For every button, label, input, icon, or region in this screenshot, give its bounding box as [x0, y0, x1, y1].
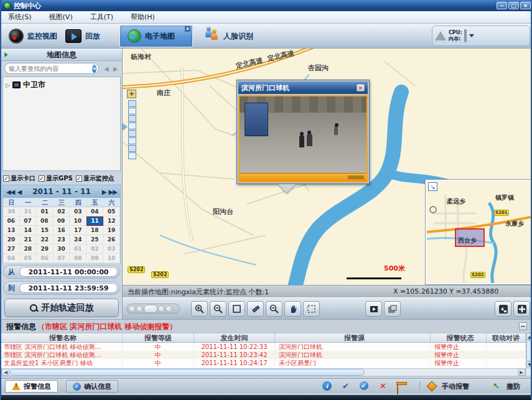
zoom-step[interactable] [128, 115, 136, 122]
calendar-day[interactable]: 07 [54, 254, 70, 263]
info-icon[interactable]: i [322, 381, 332, 391]
calendar-day[interactable]: 31 [20, 207, 37, 216]
start-track-playback-button[interactable]: 开始轨迹回放 [4, 299, 119, 317]
menu-item[interactable]: 视图(V) [47, 12, 75, 22]
calendar-day[interactable]: 15 [37, 226, 54, 235]
calendar-day[interactable]: 05 [20, 254, 37, 263]
map-zoom-control[interactable]: + [127, 90, 137, 160]
playback-button[interactable]: 回放 [65, 26, 100, 46]
tab-alarm-info[interactable]: 报警信息 [5, 380, 58, 393]
zoom-step[interactable] [128, 152, 136, 159]
calendar-day[interactable]: 03 [70, 207, 86, 216]
calendar-day[interactable]: 04 [86, 207, 103, 216]
calendar-day[interactable]: 22 [37, 235, 54, 244]
column-header[interactable]: 报警源 [275, 333, 431, 342]
calendar-day[interactable]: 03 [103, 244, 120, 254]
scroll-left-icon[interactable]: ◀ [2, 369, 9, 376]
calendar-day[interactable]: 06 [3, 216, 20, 226]
scroll-up-icon[interactable]: ▲ [526, 333, 532, 340]
disarm-button[interactable]: 撤防 [506, 382, 520, 391]
layer-checkbox[interactable]: ✓显示GPS [39, 174, 73, 183]
overview-minimap[interactable]: 柔远乡 镇罗镇 永康乡 S201 S202 西台乡 ↘ [426, 180, 532, 284]
minimize-button[interactable]: − [497, 2, 507, 9]
pan-button[interactable] [284, 301, 301, 317]
prev-result-icon[interactable]: ◀ [104, 65, 109, 72]
fit-view-button[interactable] [495, 301, 511, 317]
calendar-day[interactable]: 27 [3, 244, 20, 254]
video-control-bar[interactable] [240, 173, 366, 181]
minimap-viewport-rect[interactable]: 西台乡 [455, 228, 485, 247]
calendar-day[interactable]: 02 [54, 207, 70, 216]
manual-alarm-icon[interactable] [427, 381, 437, 392]
rect-select-button[interactable] [228, 301, 245, 317]
close-button[interactable]: × [520, 2, 531, 9]
calendar-day[interactable]: 26 [103, 235, 120, 244]
confirm-check-icon[interactable]: ✔ [341, 381, 350, 391]
menu-item[interactable]: 帮助(H) [129, 12, 157, 22]
camera-video-popup[interactable]: 滨河所门口球机 ✕ [236, 80, 370, 184]
vertical-scrollbar[interactable]: ▲ ▼ [526, 333, 532, 376]
popup-title-bar[interactable]: 滨河所门口球机 ✕ [238, 81, 368, 94]
calendar-day[interactable]: 09 [86, 254, 103, 263]
delete-x-icon[interactable]: ✕ [378, 381, 388, 391]
next-year-icon[interactable]: ▶▶ [109, 188, 117, 195]
prev-month-icon[interactable]: ◀ [17, 188, 22, 195]
tree-item-city[interactable]: ▷ 中卫市 [3, 77, 120, 90]
zoom-step[interactable] [128, 100, 136, 107]
zoom-plus-icon[interactable]: + [127, 90, 136, 98]
next-month-icon[interactable]: ▶ [102, 188, 106, 195]
tree-expander-icon[interactable]: ▷ [6, 82, 10, 88]
panel-minimize-icon[interactable]: − [519, 322, 527, 330]
calendar-day[interactable]: 06 [37, 254, 54, 263]
scrollbar-thumb[interactable] [10, 369, 365, 376]
calendar-day[interactable]: 21 [20, 235, 37, 244]
lasso-select-button[interactable] [303, 301, 320, 317]
zoom-region-button[interactable] [266, 301, 282, 317]
zoom-out-button[interactable] [210, 301, 226, 317]
menu-item[interactable]: 系统(S) [6, 12, 34, 22]
checkbox-icon[interactable]: ✓ [76, 175, 82, 182]
horizontal-scrollbar[interactable]: ◀ ▶ [1, 368, 526, 376]
column-header[interactable]: 发生时间 [194, 333, 275, 342]
calendar-day[interactable]: 02 [86, 244, 103, 254]
column-header[interactable]: 报警名称 [1, 333, 123, 342]
manual-alarm-button[interactable]: 手动报警 [442, 382, 469, 391]
checkbox-icon[interactable]: ✓ [3, 175, 9, 182]
performance-panel[interactable]: CPU: 内存: [432, 26, 530, 46]
search-go-icon[interactable]: ➜ [92, 65, 96, 73]
calendar-day[interactable]: 14 [20, 226, 37, 235]
calendar-day[interactable]: 19 [103, 226, 120, 235]
table-row[interactable]: 市辖区 滨河所门口球机 移动侦测...中2011-11-11 10:22:33滨… [1, 343, 526, 351]
to-date-input[interactable]: 2011-11-11 23:59:59 [19, 283, 118, 293]
calendar-day[interactable]: 20 [3, 235, 20, 244]
zoom-step[interactable] [128, 108, 136, 114]
full-screen-button[interactable] [513, 301, 530, 317]
calendar-day[interactable]: 09 [53, 216, 70, 226]
calendar-day[interactable]: 30 [54, 244, 70, 254]
search-box[interactable]: ➜ [4, 63, 99, 74]
calendar-day[interactable]: 05 [103, 207, 120, 216]
zoom-step[interactable] [128, 145, 136, 152]
close-icon[interactable]: ✕ [357, 84, 365, 91]
monitor-view-button[interactable]: 监控视图 [9, 26, 57, 46]
collapse-arrow-icon[interactable] [4, 52, 8, 57]
scroll-right-icon[interactable]: ▶ [518, 369, 525, 376]
calendar-day[interactable]: 25 [86, 235, 103, 244]
map-canvas[interactable]: 定北高速定北高速 杨海村 杏园沟 南庄 阳沟台 S202 S202 + 500米… [123, 49, 532, 285]
pan-left-arrow-icon[interactable] [123, 123, 128, 131]
zoom-step[interactable] [128, 130, 136, 137]
scroll-down-icon[interactable]: ▼ [526, 361, 532, 368]
tab-face-recognition[interactable]: 人脸识别 [197, 25, 269, 47]
calendar-day[interactable]: 07 [20, 216, 37, 226]
layer-checkbox[interactable]: ✓显示卡口 [3, 174, 35, 183]
calendar-day[interactable]: 24 [70, 235, 86, 244]
maximize-button[interactable]: □ [508, 2, 519, 9]
calendar-day[interactable]: 16 [54, 226, 70, 235]
tab-confirm-info[interactable]: ✓ 确认信息 [66, 380, 118, 393]
zoom-step[interactable] [128, 137, 136, 144]
calendar-day[interactable]: 18 [86, 226, 103, 235]
calendar-day[interactable]: 08 [70, 254, 86, 263]
calendar-day[interactable]: 28 [20, 244, 37, 254]
calendar-day[interactable]: 17 [70, 226, 86, 235]
calendar-day[interactable]: 04 [3, 254, 20, 263]
